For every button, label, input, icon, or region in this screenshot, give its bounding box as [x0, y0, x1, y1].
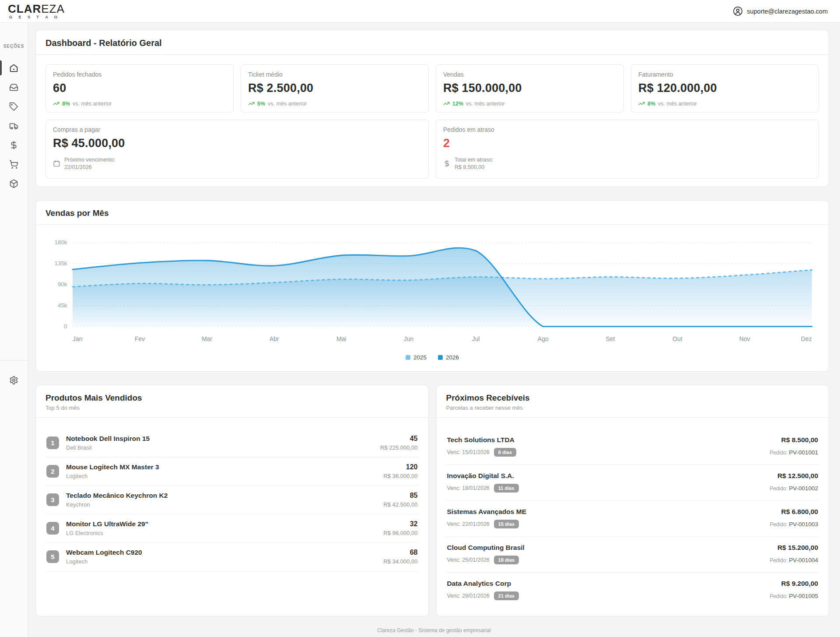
- overdue-total-label: Total em atraso:: [455, 156, 494, 164]
- sidebar-item-dashboard[interactable]: [0, 58, 28, 77]
- order-number: PV-001001: [789, 449, 818, 456]
- sales-chart-panel: Vendas por Mês 045k90k135k180kJanFevMarA…: [35, 200, 829, 372]
- x-axis-label: Dez: [801, 335, 812, 342]
- product-qty: 45: [380, 435, 417, 443]
- y-axis-tick: 180k: [54, 239, 67, 245]
- dashboard-panel: Dashboard - Relatório Geral Pedidos fech…: [35, 30, 829, 187]
- sales-chart: 045k90k135k180kJanFevMarAbrMaiJunJulAgoS…: [46, 225, 819, 350]
- user-account[interactable]: suporte@clarezagestao.com: [733, 6, 828, 16]
- kpi-label: Pedidos em atraso: [443, 126, 812, 133]
- logo-bold-part: CLAR: [8, 2, 41, 15]
- x-axis-label: Fev: [135, 335, 145, 342]
- legend-item-2026[interactable]: 2026: [438, 354, 459, 361]
- kpi-trend-text: vs. mês anterior: [73, 101, 112, 107]
- rank-badge: 3: [46, 493, 59, 506]
- sidebar-item-purchases[interactable]: [0, 155, 28, 174]
- product-name: Webcam Logitech C920: [66, 549, 376, 556]
- products-title: Produtos Mais Vendidos: [46, 393, 419, 403]
- home-icon: [9, 63, 18, 73]
- receivable-due-date: Venc: 22/01/2026: [447, 521, 490, 527]
- order-label: Pedido:: [770, 593, 788, 599]
- receivable-due-date: Venc: 28/01/2026: [447, 593, 490, 599]
- receivable-row-5: Data Analytics Corp R$ 9.200,00 Venc: 28…: [446, 573, 819, 608]
- kpi-card-compras-a-pagar: Compras a pagar R$ 45.000,00 Próximo ven…: [46, 120, 429, 179]
- x-axis-label: Out: [672, 335, 682, 342]
- receivable-row-2: Inovação Digital S.A. R$ 12.500,00 Venc:…: [446, 465, 819, 501]
- kpi-value: R$ 2.500,00: [248, 81, 421, 95]
- sidebar-item-inbox[interactable]: [0, 77, 28, 97]
- y-axis-tick: 90k: [58, 281, 67, 288]
- product-qty: 32: [383, 520, 417, 528]
- sidebar-section-label: SEÇÕES: [4, 44, 24, 49]
- product-row-4: 4 Monitor LG UltraWide 29" LG Electronic…: [46, 514, 419, 543]
- days-badge: 21 dias: [494, 591, 519, 600]
- legend-label: 2026: [446, 354, 459, 361]
- x-axis-label: Set: [606, 335, 615, 342]
- dollar-sign-icon: [9, 141, 18, 150]
- receivable-amount: R$ 8.500,00: [781, 436, 818, 444]
- title-divider: [36, 54, 829, 55]
- product-brand: Keychron: [66, 501, 376, 508]
- receivable-amount: R$ 12.500,00: [777, 472, 818, 480]
- receivable-amount: R$ 6.800,00: [781, 508, 818, 516]
- next-due-date: 22/01/2026: [64, 164, 116, 171]
- top-header: CLAREZA G E S T A O suporte@clarezagesta…: [0, 0, 840, 23]
- sidebar-item-settings[interactable]: [0, 370, 28, 390]
- calendar-icon: [53, 160, 60, 167]
- next-due-label: Próximo vencimento:: [64, 156, 116, 164]
- page-title: Dashboard - Relatório Geral: [46, 38, 819, 48]
- products-list: 1 Notebook Dell Inspiron 15 Dell Brasil …: [46, 429, 419, 571]
- product-row-2: 2 Mouse Logitech MX Master 3 Logitech 12…: [46, 458, 419, 486]
- sidebar-item-shipping[interactable]: [0, 116, 28, 135]
- order-label: Pedido:: [770, 521, 788, 528]
- product-name: Monitor LG UltraWide 29": [66, 520, 376, 528]
- overdue-total-value: R$ 8.500,00: [455, 164, 494, 171]
- days-badge: 11 dias: [494, 484, 519, 493]
- order-number: PV-001003: [789, 521, 818, 528]
- kpi-label: Pedidos fechados: [53, 71, 226, 78]
- x-axis-label: Mar: [202, 335, 212, 342]
- products-subtitle: Top 5 do mês: [46, 405, 419, 411]
- kpi-card-pedidos-fechados: Pedidos fechados 60 8% vs. mês anterior: [46, 64, 234, 113]
- main-content: Dashboard - Relatório Geral Pedidos fech…: [28, 23, 840, 637]
- trending-up-icon: [443, 100, 450, 107]
- receivable-client: Tech Solutions LTDA: [447, 436, 514, 444]
- receivable-row-1: Tech Solutions LTDA R$ 8.500,00 Venc: 15…: [446, 429, 819, 465]
- app-footer: Clareza Gestão · Sistema de gestão empre…: [28, 627, 840, 633]
- days-badge: 8 dias: [494, 448, 516, 457]
- sidebar-item-tags[interactable]: [0, 97, 28, 116]
- x-axis-label: Nov: [739, 335, 750, 342]
- trending-up-icon: [53, 100, 60, 107]
- product-name: Notebook Dell Inspiron 15: [66, 435, 373, 443]
- receivables-title: Próximos Recebíveis: [446, 393, 819, 403]
- chart-title: Vendas por Mês: [46, 208, 819, 218]
- dollar-sign-icon: [443, 160, 451, 167]
- receivable-client: Cloud Computing Brasil: [447, 544, 525, 552]
- order-number: PV-001004: [789, 557, 818, 563]
- app-logo[interactable]: CLAREZA G E S T A O: [8, 3, 65, 19]
- gear-icon: [9, 376, 18, 385]
- kpi-card-ticket-medio: Ticket médio R$ 2.500,00 5% vs. mês ante…: [241, 64, 429, 113]
- logo-subtitle: G E S T A O: [8, 15, 65, 19]
- receivables-panel: Próximos Recebíveis Parcelas a receber n…: [436, 385, 830, 616]
- sidebar-item-finance[interactable]: [0, 135, 28, 155]
- kpi-trend-pct: 12%: [452, 101, 463, 107]
- logo-wordmark: CLAREZA: [8, 3, 65, 14]
- tag-icon: [9, 102, 18, 111]
- product-name: Mouse Logitech MX Master 3: [66, 463, 376, 471]
- kpi-value: R$ 45.000,00: [53, 137, 421, 150]
- legend-item-2025[interactable]: 2025: [406, 354, 427, 361]
- sidebar-item-products[interactable]: [0, 174, 28, 193]
- top-products-panel: Produtos Mais Vendidos Top 5 do mês 1 No…: [35, 385, 429, 616]
- product-total: R$ 36.000,00: [383, 473, 417, 479]
- receivable-amount: R$ 9.200,00: [781, 580, 818, 588]
- legend-swatch: [438, 355, 443, 360]
- x-axis-label: Jun: [404, 335, 414, 342]
- logo-light-part: EZA: [41, 2, 65, 15]
- trending-up-icon: [638, 100, 645, 107]
- kpi-value: 60: [53, 81, 226, 95]
- product-name: Teclado Mecânico Keychron K2: [66, 492, 376, 500]
- y-axis-tick: 45k: [58, 302, 67, 309]
- kpi-trend-pct: 8%: [62, 101, 70, 107]
- kpi-card-vendas: Vendas R$ 150.000,00 12% vs. mês anterio…: [436, 64, 624, 113]
